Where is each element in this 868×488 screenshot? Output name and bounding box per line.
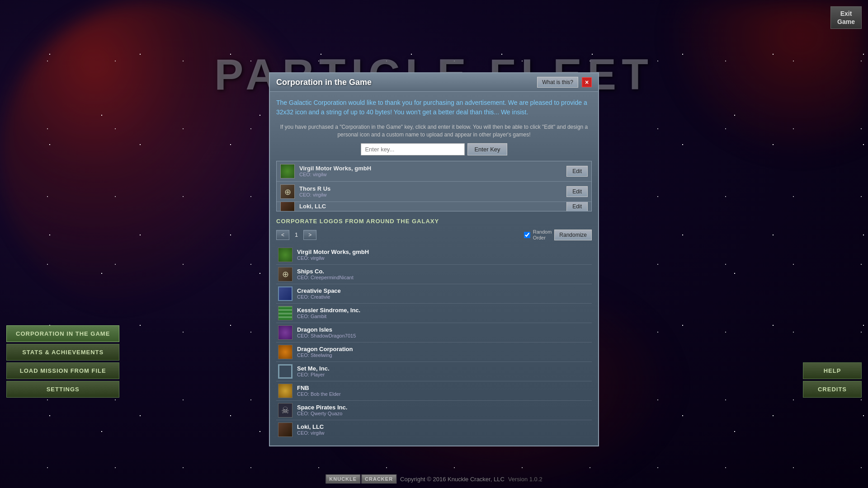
corp-main-ceo-1: CEO: CreepermindNicant <box>297 275 354 280</box>
corp-ceo-1: CEO: virgilw <box>299 172 562 177</box>
corp-main-info-2: Creativie Space CEO: Creativie <box>297 287 341 300</box>
modal-header: Corporation in the Game What is this? × <box>270 73 598 92</box>
randomize-button[interactable]: Randomize <box>554 230 592 240</box>
corp-name-3: Loki, LLC <box>299 203 562 210</box>
corp-row-1: ⊕ Ships Co. CEO: CreepermindNicant <box>276 265 592 284</box>
my-corps-list: Virgil Motor Works, gmbH CEO: virgilw Ed… <box>276 161 592 211</box>
corp-logos-header: CORPORATE LOGOS FROM AROUND THE GALAXY <box>276 218 592 225</box>
corp-info-3: Loki, LLC <box>299 203 562 210</box>
corp-name-2: Thors R Us <box>299 185 562 192</box>
corp-main-ceo-2: CEO: Creativie <box>297 294 341 300</box>
key-input-row: Enter Key <box>276 143 592 155</box>
corp-main-name-1: Ships Co. <box>297 268 354 275</box>
corp-main-ceo-8: CEO: Qwerty Quazo <box>297 411 347 416</box>
modal-title: Corporation in the Game <box>276 78 372 87</box>
corp-row-6: Set Me, Inc. CEO: Player <box>276 362 592 381</box>
my-corp-row-3: Loki, LLC Edit <box>277 202 591 211</box>
corp-main-ceo-4: CEO: ShadowDragon7015 <box>297 333 356 338</box>
corp-main-icon-3 <box>278 306 292 320</box>
modal-body: The Galactic Corporation would like to t… <box>270 92 598 218</box>
my-corp-row-1: Virgil Motor Works, gmbH CEO: virgilw Ed… <box>277 161 591 182</box>
corp-main-icon-2 <box>278 286 292 301</box>
corp-list-main: Virgil Motor Works, gmbH CEO: virgilw ⊕ … <box>276 245 592 439</box>
corp-main-ceo-0: CEO: virgilw <box>297 255 369 261</box>
edit-corp-2-button[interactable]: Edit <box>566 186 588 197</box>
corp-main-info-0: Virgil Motor Works, gmbH CEO: virgilw <box>297 249 369 261</box>
pagination-row: < 1 > Random Order Randomize <box>276 229 592 241</box>
corp-main-info-1: Ships Co. CEO: CreepermindNicant <box>297 268 354 280</box>
edit-corp-1-button[interactable]: Edit <box>566 166 588 177</box>
corp-row-7: FNB CEO: Bob the Elder <box>276 381 592 401</box>
corp-main-ceo-3: CEO: Gambit <box>297 314 360 319</box>
corp-info-1: Virgil Motor Works, gmbH CEO: virgilw <box>299 165 562 177</box>
corp-name-1: Virgil Motor Works, gmbH <box>299 165 562 172</box>
modal-close-button[interactable]: × <box>582 77 592 87</box>
prev-page-button[interactable]: < <box>276 230 289 240</box>
corp-logos-section: CORPORATE LOGOS FROM AROUND THE GALAXY <… <box>270 218 598 446</box>
my-corp-row-2: ⊕ Thors R Us CEO: virgilw Edit <box>277 182 591 202</box>
corp-row-4: Dragon Isles CEO: ShadowDragon7015 <box>276 323 592 343</box>
page-buttons: < 1 > <box>276 230 316 240</box>
corp-ceo-2: CEO: virgilw <box>299 192 562 197</box>
corp-main-name-2: Creativie Space <box>297 287 341 294</box>
corp-row-2: Creativie Space CEO: Creativie <box>276 284 592 304</box>
next-page-button[interactable]: > <box>303 230 316 240</box>
random-order-checkbox[interactable] <box>524 232 530 238</box>
corp-icon-1 <box>280 164 295 178</box>
corp-icon-3 <box>280 202 295 211</box>
corp-main-ceo-7: CEO: Bob the Elder <box>297 391 341 397</box>
enter-key-button[interactable]: Enter Key <box>467 143 507 155</box>
random-order-label: Random Order <box>533 229 552 241</box>
corp-info-2: Thors R Us CEO: virgilw <box>299 185 562 197</box>
randomize-row: Random Order Randomize <box>524 229 592 241</box>
corp-main-icon-4 <box>278 325 292 340</box>
edit-corp-3-button[interactable]: Edit <box>566 202 588 211</box>
modal-instructions: If you have purchased a "Corporation in … <box>276 123 592 139</box>
corp-main-info-3: Kessler Sindrome, Inc. CEO: Gambit <box>297 307 360 319</box>
corp-main-ceo-5: CEO: Steelwing <box>297 352 353 358</box>
corp-main-name-6: Set Me, Inc. <box>297 365 330 372</box>
corp-row-3: Kessler Sindrome, Inc. CEO: Gambit <box>276 304 592 323</box>
corp-row-0: Virgil Motor Works, gmbH CEO: virgilw <box>276 245 592 265</box>
corp-row-9: Loki, LLC CEO: virgilw <box>276 420 592 439</box>
corp-row-8: ☠ Space Pirates Inc. CEO: Qwerty Quazo <box>276 401 592 420</box>
corp-main-icon-9 <box>278 422 292 437</box>
modal-description: The Galactic Corporation would like to t… <box>276 98 592 117</box>
corp-main-info-4: Dragon Isles CEO: ShadowDragon7015 <box>297 326 356 338</box>
corp-main-name-3: Kessler Sindrome, Inc. <box>297 307 360 314</box>
corp-main-info-8: Space Pirates Inc. CEO: Qwerty Quazo <box>297 404 347 416</box>
corp-main-ceo-6: CEO: Player <box>297 372 330 377</box>
corp-main-icon-5 <box>278 345 292 359</box>
modal-dialog: Corporation in the Game What is this? × … <box>269 72 599 446</box>
corp-main-name-9: Loki, LLC <box>297 423 325 430</box>
corp-main-name-8: Space Pirates Inc. <box>297 404 347 411</box>
corp-main-ceo-9: CEO: virgilw <box>297 430 325 436</box>
corp-main-info-9: Loki, LLC CEO: virgilw <box>297 423 325 436</box>
corp-main-icon-0 <box>278 248 292 262</box>
what-is-this-button[interactable]: What is this? <box>537 77 578 88</box>
corp-main-name-4: Dragon Isles <box>297 326 356 333</box>
corp-main-info-7: FNB CEO: Bob the Elder <box>297 385 341 397</box>
corp-main-name-5: Dragon Corporation <box>297 346 353 352</box>
corp-main-icon-1: ⊕ <box>278 267 292 282</box>
corp-main-icon-8: ☠ <box>278 403 292 418</box>
corp-main-name-0: Virgil Motor Works, gmbH <box>297 249 369 255</box>
corp-main-info-5: Dragon Corporation CEO: Steelwing <box>297 346 353 358</box>
corp-main-icon-7 <box>278 384 292 398</box>
page-number: 1 <box>291 231 302 238</box>
modal-overlay: Corporation in the Game What is this? × … <box>0 0 868 488</box>
corp-main-name-7: FNB <box>297 385 341 391</box>
corp-row-5: Dragon Corporation CEO: Steelwing <box>276 343 592 362</box>
corp-icon-2: ⊕ <box>280 184 295 199</box>
corp-main-icon-6 <box>278 364 292 379</box>
corp-main-info-6: Set Me, Inc. CEO: Player <box>297 365 330 377</box>
key-input[interactable] <box>361 143 465 155</box>
modal-header-right: What is this? × <box>537 77 592 88</box>
